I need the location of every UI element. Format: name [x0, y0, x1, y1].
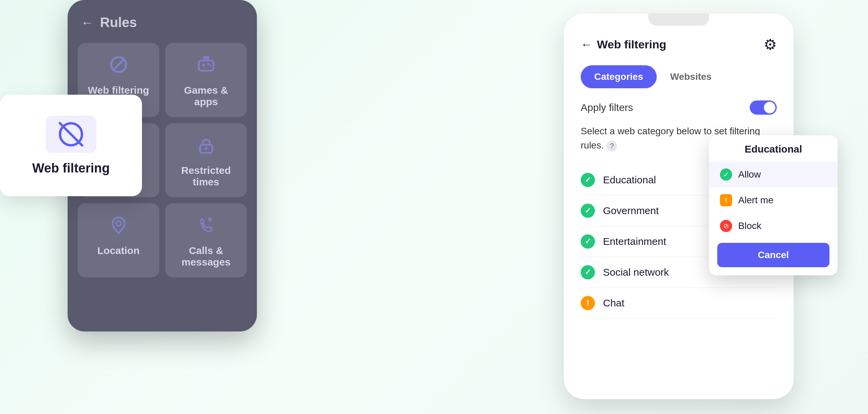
games-cell-icon — [197, 55, 216, 78]
rule-cell-location[interactable]: Location — [78, 203, 159, 277]
apply-filters-toggle[interactable] — [750, 100, 777, 115]
rule-cell-games-label: Games & apps — [173, 85, 239, 108]
dark-phone-header: ← Rules — [68, 0, 257, 40]
category-left-chat: ! Chat — [581, 296, 624, 310]
category-left-entertainment: ✓ Entertainment — [581, 234, 666, 249]
lock-cell-icon — [197, 135, 216, 159]
svg-point-8 — [205, 147, 208, 150]
phone-top-bar: ← Web filtering ⚙ — [581, 32, 777, 53]
web-filtering-back-btn[interactable]: ← Web filtering — [581, 38, 666, 51]
help-icon[interactable]: ? — [606, 141, 617, 152]
web-filter-card-title: Web filtering — [32, 161, 110, 176]
gear-icon[interactable]: ⚙ — [764, 36, 777, 53]
category-item-chat[interactable]: ! Chat — [581, 288, 777, 319]
allow-label: Allow — [738, 169, 761, 180]
right-section: ← Web filtering ⚙ Categories Websites Ap… — [564, 14, 834, 402]
rule-cell-restricted-times-label: Restricted times — [173, 165, 239, 188]
phone-notch — [648, 14, 709, 26]
dropdown-title: Educational — [709, 135, 838, 162]
alert-label: Alert me — [738, 195, 773, 206]
allow-icon-social: ✓ — [581, 265, 595, 279]
category-name-social: Social network — [603, 267, 669, 278]
ban-icon — [59, 122, 83, 146]
category-name-government: Government — [603, 205, 659, 216]
category-left-government: ✓ Government — [581, 204, 659, 218]
alert-icon: ! — [720, 194, 732, 206]
rule-cell-restricted-times[interactable]: Restricted times — [165, 123, 247, 197]
dropdown-option-allow[interactable]: ✓ Allow — [709, 162, 838, 187]
warn-icon-chat: ! — [581, 296, 595, 310]
category-name-educational: Educational — [603, 174, 656, 186]
allow-icon-educational: ✓ — [581, 173, 595, 187]
back-arrow-icon: ← — [581, 38, 592, 51]
allow-icon-government: ✓ — [581, 204, 595, 218]
web-filter-card: Web filtering — [0, 95, 142, 196]
category-name-entertainment: Entertainment — [603, 236, 666, 247]
phone-cell-icon — [197, 215, 216, 239]
svg-point-9 — [116, 221, 121, 226]
svg-rect-2 — [199, 61, 214, 71]
allow-icon-entertainment: ✓ — [581, 234, 595, 249]
dropdown-option-alert[interactable]: ! Alert me — [709, 187, 838, 213]
rule-cell-calls[interactable]: Calls & messages — [165, 203, 247, 277]
tab-categories[interactable]: Categories — [581, 65, 657, 88]
ban-cell-icon — [109, 55, 128, 78]
svg-point-4 — [209, 64, 211, 66]
svg-point-3 — [207, 63, 209, 65]
educational-dropdown: Educational ✓ Allow ! Alert me ⊘ Block C… — [709, 135, 838, 275]
location-cell-icon — [109, 215, 128, 239]
block-label: Block — [738, 221, 761, 231]
rule-cell-location-label: Location — [97, 245, 140, 256]
apply-filters-row: Apply filters — [581, 100, 777, 115]
category-left-educational: ✓ Educational — [581, 173, 656, 187]
category-name-chat: Chat — [603, 297, 624, 309]
dark-phone-title: Rules — [100, 15, 137, 30]
allow-check-icon: ✓ — [720, 168, 732, 181]
block-icon: ⊘ — [720, 220, 732, 232]
tab-bar: Categories Websites — [581, 65, 777, 88]
cancel-button[interactable]: Cancel — [717, 243, 829, 267]
web-filter-icon-box — [46, 116, 96, 153]
category-left-social: ✓ Social network — [581, 265, 669, 279]
rule-cell-web-filtering-label: Web filtering — [88, 85, 149, 96]
dark-phone-back-arrow[interactable]: ← — [81, 16, 93, 30]
apply-filters-label: Apply filters — [581, 102, 633, 113]
svg-line-1 — [113, 59, 124, 70]
rule-cell-calls-label: Calls & messages — [173, 245, 239, 268]
rule-cell-games[interactable]: Games & apps — [165, 43, 247, 117]
dropdown-option-block[interactable]: ⊘ Block — [709, 213, 838, 239]
web-filtering-title: Web filtering — [597, 38, 666, 51]
tab-websites[interactable]: Websites — [657, 65, 725, 88]
